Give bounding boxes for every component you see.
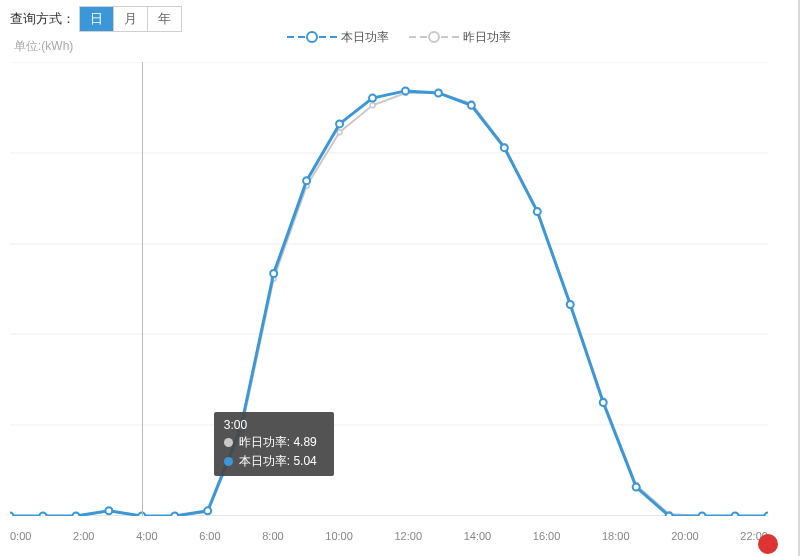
svg-point-48 — [633, 484, 640, 491]
svg-point-32 — [105, 507, 112, 514]
x-tick: 18:00 — [602, 530, 630, 542]
svg-point-30 — [39, 513, 46, 517]
svg-point-43 — [468, 102, 475, 109]
legend-label: 昨日功率 — [463, 29, 511, 46]
legend-label: 本日功率 — [341, 29, 389, 46]
x-tick: 6:00 — [199, 530, 220, 542]
svg-point-29 — [10, 513, 13, 517]
svg-point-41 — [402, 87, 409, 94]
tooltip-yesterday-text: 昨日功率: 4.89 — [239, 434, 317, 451]
svg-point-52 — [765, 513, 768, 517]
x-tick: 0:00 — [10, 530, 31, 542]
series-today — [10, 87, 768, 516]
chart-tooltip: 3:00 昨日功率: 4.89 本日功率: 5.04 — [214, 412, 334, 476]
tooltip-today-text: 本日功率: 5.04 — [239, 453, 317, 470]
x-tick: 8:00 — [262, 530, 283, 542]
series-yesterday — [10, 90, 768, 516]
dot-icon — [224, 438, 233, 447]
svg-point-16 — [370, 103, 375, 108]
chart-svg — [10, 62, 768, 516]
x-tick: 4:00 — [136, 530, 157, 542]
svg-point-15 — [337, 130, 342, 135]
svg-point-46 — [567, 301, 574, 308]
gridlines — [10, 62, 768, 425]
svg-point-31 — [72, 513, 79, 517]
svg-point-47 — [600, 399, 607, 406]
chart-area[interactable]: 3:00 昨日功率: 4.89 本日功率: 5.04 — [10, 62, 768, 516]
svg-point-37 — [270, 270, 277, 277]
svg-point-40 — [369, 95, 376, 102]
tooltip-row-yesterday: 昨日功率: 4.89 — [224, 434, 324, 451]
chart-legend: 本日功率 昨日功率 — [0, 26, 798, 46]
x-tick: 10:00 — [325, 530, 353, 542]
crosshair-line — [142, 62, 143, 516]
tooltip-time: 3:00 — [224, 418, 324, 432]
x-tick: 2:00 — [73, 530, 94, 542]
tooltip-row-today: 本日功率: 5.04 — [224, 453, 324, 470]
svg-point-50 — [699, 513, 706, 517]
svg-point-45 — [534, 208, 541, 215]
x-tick: 20:00 — [671, 530, 699, 542]
legend-dot-icon — [306, 31, 318, 43]
svg-point-35 — [204, 507, 211, 514]
x-tick: 16:00 — [533, 530, 561, 542]
svg-point-42 — [435, 89, 442, 96]
x-tick: 14:00 — [464, 530, 492, 542]
svg-point-51 — [732, 513, 739, 517]
dot-icon — [224, 457, 233, 466]
app-window: 查询方式： 日 月 年 单位:(kWh) 本日功率 昨日功率 — [0, 0, 800, 556]
svg-point-38 — [303, 177, 310, 184]
svg-point-39 — [336, 120, 343, 127]
legend-today[interactable]: 本日功率 — [287, 29, 389, 46]
legend-dot-icon — [428, 31, 440, 43]
svg-point-49 — [666, 513, 673, 517]
x-tick: 12:00 — [394, 530, 422, 542]
svg-point-44 — [501, 144, 508, 151]
svg-point-34 — [171, 513, 178, 517]
legend-yesterday[interactable]: 昨日功率 — [409, 29, 511, 46]
x-axis-labels: 0:002:004:006:008:0010:0012:0014:0016:00… — [10, 530, 768, 542]
watermark-icon — [758, 534, 778, 554]
